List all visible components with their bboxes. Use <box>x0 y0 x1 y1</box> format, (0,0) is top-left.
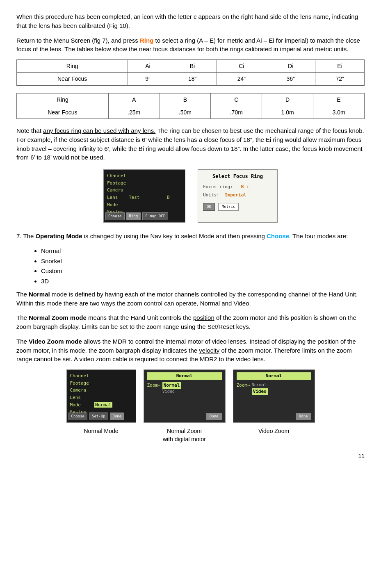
imperial-col-bi: Bi <box>168 60 217 73</box>
bottom-menu-footage: Footage <box>70 380 132 387</box>
caption-1: Normal Mode <box>66 427 136 444</box>
bottom-screen-3: Normal Zoom→ Normal Video Done <box>233 369 315 423</box>
imperial-col-di: Di <box>266 60 315 73</box>
caption-2: Normal Zoom with digital motor <box>144 427 226 444</box>
metric-val-e: 3.0m <box>313 106 365 119</box>
zoom-arrow-1: Zoom→ <box>147 382 161 389</box>
imperial-col-ring: Ring <box>17 60 128 73</box>
metric-val-c: .70m <box>211 106 262 119</box>
metric-row-nearfocus: Near Focus .25m .50m .70m 1.0m 3.0m <box>17 106 365 119</box>
operating-mode-label: Operating Mode <box>35 232 82 239</box>
normal-suffix: mode is defined by having each of the mo… <box>16 291 358 307</box>
bottom-done-3[interactable]: Done <box>296 413 311 420</box>
caption-row: Normal Mode Normal Zoom with digital mot… <box>16 427 365 444</box>
ok-btn[interactable]: OK <box>203 203 215 211</box>
mode-3d: 3D <box>41 277 365 286</box>
normal-mode-paragraph: The Normal mode is defined by having eac… <box>16 290 365 308</box>
menu-screen: Channel Footage Camera Lens Test B Mode … <box>103 169 185 223</box>
menu-item-lens: Lens Test B <box>107 194 182 201</box>
normalzoom-bold: Normal Zoom mode <box>29 314 87 321</box>
position-underline: position <box>193 314 214 321</box>
caption-2-line2: with digital motor <box>163 436 206 442</box>
imperial-col-ci: Ci <box>217 60 266 73</box>
bottom-setup-btn[interactable]: Set-Up <box>89 413 108 420</box>
metric-val-a: .25m <box>108 106 160 119</box>
metric-btn[interactable]: Metric <box>218 203 239 211</box>
sfr-title: Select Focus Ring <box>201 173 274 180</box>
zoom-labels-2: Normal Video <box>252 382 268 394</box>
sfr-focus-ring-line: Focus ring: B ⬆ <box>201 183 274 191</box>
zoom-arrow-2: Zoom→ <box>237 382 250 389</box>
bottom-screen1-buttons: Choose Set-Up Done <box>68 413 125 420</box>
metric-col-d: D <box>262 93 313 106</box>
metric-val-d: 1.0m <box>262 106 313 119</box>
bottom-choose-btn[interactable]: Choose <box>68 413 88 420</box>
normal-bold: Normal <box>29 291 50 298</box>
metric-col-ring: Ring <box>17 93 109 106</box>
imperial-val-ci: 24” <box>217 73 266 85</box>
bottom-menu-channel: Channel <box>70 372 132 380</box>
bottom-done-2[interactable]: Done <box>206 413 222 420</box>
section7-paragraph: 7. The Operating Mode is changed by usin… <box>16 232 365 241</box>
section7-suffix: . The four modes are: <box>289 232 348 239</box>
imperial-val-ei: 72” <box>315 73 365 85</box>
menu-item-channel: Channel <box>107 172 182 180</box>
bottom-menu-camera: Camera <box>70 387 132 394</box>
bottom-screen-2: Normal Zoom→ Normal Video Done <box>144 369 226 423</box>
choose-highlight: Choose <box>267 232 289 239</box>
imperial-col-ei: Ei <box>315 60 365 73</box>
videozoom-bold: Video Zoom mode <box>29 338 82 345</box>
intro-paragraph: When this procedure has been completed, … <box>16 12 365 30</box>
metric-val-b: .50m <box>160 106 211 119</box>
zoom-section-2: Zoom→ Normal Video <box>237 382 311 394</box>
sfr-ring-value: B ⬆ <box>241 184 249 189</box>
sfr-buttons: OK Metric <box>201 203 274 211</box>
mode-custom: Custom <box>41 267 365 276</box>
imperial-val-di: 36” <box>266 73 315 85</box>
zoom-section-1: Zoom→ Normal Video <box>147 382 222 394</box>
metric-label-nearfocus: Near Focus <box>17 106 109 119</box>
metric-col-e: E <box>313 93 365 106</box>
imperial-label-nearfocus: Near Focus <box>17 73 128 85</box>
mode-snorkel: Snorkel <box>41 257 365 266</box>
screenshot-row-1: Channel Footage Camera Lens Test B Mode … <box>16 169 365 223</box>
sfr-units-value: Imperial <box>225 192 246 198</box>
metric-col-b: B <box>160 93 211 106</box>
menu-item-camera: Camera <box>107 187 182 194</box>
screenshot-row-2: Channel Footage Camera Lens Mode Normal … <box>16 369 365 423</box>
imperial-val-bi: 18” <box>168 73 217 85</box>
fmap-btn[interactable]: F map OFF <box>142 212 168 220</box>
bottom-menu-mode: Mode Normal <box>70 401 132 409</box>
normal-prefix: The <box>16 291 29 298</box>
menu-item-footage: Footage <box>107 180 182 187</box>
imperial-row-nearfocus: Near Focus 9” 18” 24” 36” 72” <box>17 73 365 85</box>
ring-btn[interactable]: Ring <box>126 212 141 220</box>
ring-highlight: Ring <box>140 37 153 44</box>
metric-col-c: C <box>211 93 262 106</box>
mode-normal: Normal <box>41 246 365 255</box>
bottom-screen-1: Channel Footage Camera Lens Mode Normal … <box>66 369 136 423</box>
zoom-video-label-2: Video <box>252 388 268 395</box>
zoom-normal-label-2: Normal <box>252 382 268 388</box>
metric-table: Ring A B C D E Near Focus .25m .50m .70m… <box>16 93 365 119</box>
imperial-col-ai: Ai <box>128 60 168 73</box>
caption-3: Video Zoom <box>233 427 315 444</box>
bottom-done-btn1[interactable]: Done <box>110 413 125 420</box>
normalzoom-prefix: The <box>16 314 29 321</box>
note-paragraph: Note that any focus ring can be used wit… <box>16 126 365 162</box>
section7-prefix: 7. The <box>16 232 35 239</box>
bottom-title-normal-2: Normal <box>237 372 311 380</box>
menu-buttons: Choose Ring F map OFF <box>105 212 168 220</box>
mode-list: Normal Snorkel Custom 3D <box>41 246 365 286</box>
imperial-table: Ring Ai Bi Ci Di Ei Near Focus 9” 18” 24… <box>16 59 365 86</box>
return-paragraph: Return to the Menu Screen (fig 7), and p… <box>16 36 365 54</box>
velocity-underline: velocity <box>199 347 219 354</box>
note-underline: any focus ring can be used with any lens… <box>43 127 155 134</box>
choose-btn[interactable]: Choose <box>105 212 125 220</box>
zoom-normal-label-1: Normal <box>162 382 181 389</box>
page-content: When this procedure has been completed, … <box>16 12 365 460</box>
bottom-title-normal-1: Normal <box>147 372 222 380</box>
videozoom-paragraph: The Video Zoom mode allows the MDR to co… <box>16 337 365 364</box>
imperial-val-ai: 9” <box>128 73 168 85</box>
metric-col-a: A <box>108 93 160 106</box>
